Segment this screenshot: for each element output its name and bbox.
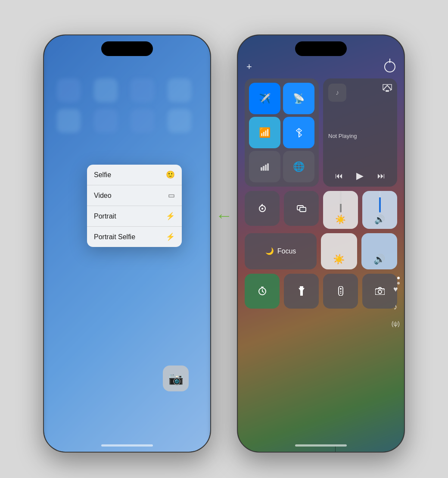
- cc-main-grid: ✈️ 📡 📶: [245, 78, 397, 187]
- focus-label: Focus: [277, 247, 296, 255]
- blurred-apps: [57, 78, 197, 133]
- cc-side-icons: ♥ ♪ (ψ): [392, 285, 400, 327]
- portrait-label: Portrait: [94, 212, 116, 220]
- home-indicator-right: [295, 444, 347, 447]
- phone-right: + ✈️ 📡 📶: [237, 34, 405, 453]
- annotation-line: [335, 446, 336, 453]
- music-note-icon: ♪: [394, 303, 398, 312]
- control-center-container: + ✈️ 📡 📶: [245, 61, 397, 309]
- phone-left: Selfie 🙂 Video ▭ Portrait ⚡ Portrait Sel…: [43, 34, 211, 453]
- blur-dot-3: [131, 78, 154, 102]
- volume-icon: 🔊: [374, 214, 385, 225]
- cc-brightness-slider[interactable]: ☀️: [323, 191, 358, 229]
- camera-button[interactable]: 📷: [163, 366, 189, 391]
- volume-icon-2: 🔊: [373, 254, 385, 265]
- airplay-icon[interactable]: [383, 84, 392, 94]
- cc-bottom-row: [245, 274, 397, 309]
- cc-row2: ☀️ 🔊: [245, 191, 397, 229]
- moon-icon: 🌙: [265, 247, 274, 255]
- blur-dot-1: [57, 78, 81, 102]
- np-play-btn[interactable]: ▶: [356, 170, 364, 181]
- cc-top-bar: +: [245, 61, 397, 72]
- menu-item-selfie[interactable]: Selfie 🙂: [87, 165, 182, 185]
- cc-remote-btn[interactable]: [323, 274, 358, 309]
- menu-item-portrait[interactable]: Portrait ⚡: [87, 206, 182, 227]
- svg-rect-10: [300, 286, 303, 288]
- menu-item-video[interactable]: Video ▭: [87, 185, 182, 206]
- heart-icon: ♥: [393, 285, 398, 294]
- cc-page-dots: [397, 277, 400, 284]
- svg-rect-1: [263, 166, 264, 171]
- brightness-icon: ☀️: [335, 214, 346, 225]
- annotation-container: לחצ/י והחזק/י להצגת אפשרויות המצלמה.: [292, 446, 378, 453]
- portrait-selfie-icon: ⚡: [166, 232, 175, 241]
- cc-focus-btn[interactable]: 🌙 Focus: [245, 233, 317, 269]
- svg-rect-4: [386, 90, 389, 92]
- camera-icon: 📷: [168, 372, 184, 386]
- cc-airplane-btn[interactable]: ✈️: [249, 83, 280, 114]
- blur-dot-6: [94, 109, 118, 133]
- cc-bluetooth-btn[interactable]: [283, 117, 314, 148]
- np-forward-btn[interactable]: ⏭: [377, 172, 385, 181]
- cc-hotspot-btn[interactable]: 📡: [283, 83, 314, 114]
- blur-dot-2: [94, 78, 118, 102]
- svg-rect-15: [375, 289, 385, 295]
- blur-dot-4: [168, 78, 191, 102]
- blur-dot-8: [168, 109, 191, 133]
- sun-icon: ☀️: [333, 254, 345, 265]
- cc-focus-row: 🌙 Focus ☀️ 🔊: [245, 233, 397, 269]
- portrait-selfie-label: Portrait Selfie: [94, 233, 135, 241]
- cc-flashlight-btn[interactable]: [284, 274, 319, 309]
- cc-wifi-btn[interactable]: 📶: [249, 117, 280, 148]
- dynamic-island-right: [295, 41, 347, 56]
- page-layout: Selfie 🙂 Video ▭ Portrait ⚡ Portrait Sel…: [0, 0, 448, 478]
- svg-point-12: [340, 288, 342, 290]
- np-controls: ⏮ ▶ ⏭: [328, 170, 392, 181]
- cc-vpn-btn[interactable]: 🌐: [283, 151, 314, 182]
- cc-dot-2: [397, 282, 400, 284]
- cc-now-playing-panel: ♪ Not Playing: [323, 78, 397, 187]
- music-icon: ♪: [336, 89, 339, 97]
- cc-connectivity-panel: ✈️ 📡 📶: [245, 78, 319, 187]
- np-album-art: ♪: [328, 84, 346, 102]
- cc-volume-btn2[interactable]: 🔊: [361, 233, 398, 269]
- cellular-icon: (ψ): [392, 320, 400, 327]
- cc-cellular-btn[interactable]: [249, 151, 280, 182]
- cc-conn-grid: ✈️ 📡 📶: [249, 83, 314, 148]
- cc-timer-btn[interactable]: [245, 274, 280, 309]
- cc-rotation-btn[interactable]: [245, 191, 280, 226]
- svg-rect-13: [340, 291, 341, 292]
- video-label: Video: [94, 192, 112, 200]
- dynamic-island-left: [101, 41, 153, 56]
- arrow-container: ←: [215, 207, 233, 224]
- camera-context-menu: Selfie 🙂 Video ▭ Portrait ⚡ Portrait Sel…: [87, 165, 182, 247]
- cc-add-icon[interactable]: +: [246, 61, 252, 72]
- np-rewind-btn[interactable]: ⏮: [335, 172, 343, 181]
- brightness-bar: [340, 191, 342, 212]
- phone-left-screen: Selfie 🙂 Video ▭ Portrait ⚡ Portrait Sel…: [44, 35, 210, 452]
- cc-dot-1: [397, 277, 400, 279]
- blur-dot-7: [131, 109, 154, 133]
- svg-rect-0: [261, 167, 262, 171]
- svg-rect-8: [300, 207, 306, 212]
- selfie-icon: 🙂: [166, 170, 175, 179]
- video-icon: ▭: [168, 191, 175, 200]
- volume-bar: [379, 191, 381, 212]
- svg-point-17: [383, 290, 383, 291]
- cc-brightness-btn2[interactable]: ☀️: [321, 233, 357, 269]
- selfie-label: Selfie: [94, 171, 111, 179]
- svg-rect-2: [265, 165, 267, 171]
- svg-point-16: [378, 290, 382, 294]
- svg-rect-14: [340, 293, 341, 294]
- np-title: Not Playing: [328, 133, 392, 139]
- portrait-icon: ⚡: [166, 212, 175, 221]
- left-arrow-icon: ←: [215, 207, 233, 224]
- menu-item-portrait-selfie[interactable]: Portrait Selfie ⚡: [87, 227, 182, 247]
- power-icon[interactable]: [384, 61, 395, 72]
- cc-volume-slider[interactable]: 🔊: [362, 191, 397, 229]
- blur-dot-5: [57, 109, 81, 133]
- svg-rect-6: [261, 208, 263, 209]
- np-top: ♪: [328, 84, 392, 102]
- cc-screen-mirror-btn[interactable]: [284, 191, 319, 226]
- phone-right-screen: + ✈️ 📡 📶: [238, 35, 404, 452]
